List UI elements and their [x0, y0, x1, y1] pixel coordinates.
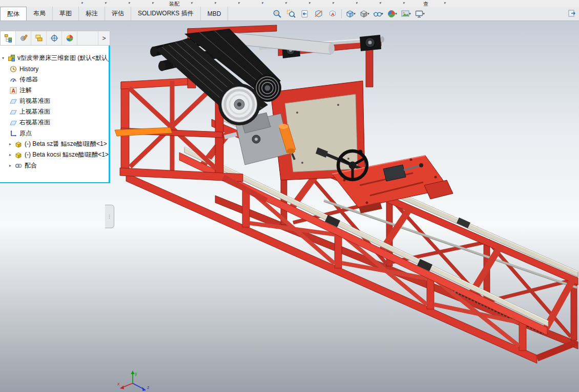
tree-item-top-plane[interactable]: 上视基准面: [1, 106, 109, 117]
tab-solidworks-addins[interactable]: SOLIDWORKS 插件: [131, 7, 201, 20]
part-icon: [14, 151, 23, 159]
view-settings-icon[interactable]: ▾: [413, 8, 426, 19]
tree-item-mates[interactable]: ▸ 配合: [1, 160, 109, 171]
displaymanager-tab[interactable]: [62, 31, 77, 45]
panel-splitter-handle[interactable]: ⋮: [105, 205, 114, 228]
mates-icon: [14, 162, 23, 170]
menu-caret-icon: ▾: [152, 1, 154, 5]
propertymanager-tab[interactable]: [16, 31, 31, 45]
menu-caret-icon: ▾: [403, 1, 405, 5]
triad-x-label: x: [117, 381, 120, 386]
menu-caret-icon: ▾: [261, 1, 263, 5]
pane-toggle-icon[interactable]: [566, 8, 577, 18]
toolbar-separator: [341, 9, 342, 18]
zoom-fit-icon[interactable]: [271, 8, 284, 19]
tab-evaluate[interactable]: 评估: [105, 7, 131, 20]
headsup-view-toolbar: A ▾ ▾ ▾ ▾ ▾ ▾: [271, 8, 426, 19]
annotations-icon: A: [9, 86, 17, 95]
tree-item-origin[interactable]: 原点: [1, 128, 109, 139]
history-icon: [9, 65, 17, 73]
featuremanager-design-tree-tab[interactable]: [1, 31, 16, 45]
dimxpertmanager-tab[interactable]: [47, 31, 62, 45]
menu-caret-icon: ▾: [81, 1, 83, 5]
menu-caret-icon: ▾: [238, 1, 240, 5]
tree-item-sensors[interactable]: 传感器: [1, 74, 109, 85]
hide-show-items-icon[interactable]: ▾: [371, 8, 385, 19]
menu-caret-icon: ▾: [356, 1, 358, 5]
panel-tab-strip: >: [0, 31, 110, 46]
previous-view-icon[interactable]: [298, 8, 312, 19]
feature-tree: ▾ v型皮带磨床三维套图 (默认<默认_显示 History 传感器 A 注解: [0, 46, 110, 183]
svg-text:A: A: [331, 11, 335, 16]
view-orientation-icon[interactable]: ▾: [344, 8, 357, 19]
command-manager-tab-row: 配体 布局 草图 标注 评估 SOLIDWORKS 插件 MBD A ▾ ▾: [0, 7, 579, 21]
menu-caret-icon: ▾: [444, 1, 446, 5]
part-icon: [14, 140, 23, 148]
assembly-icon: [7, 54, 15, 62]
menu-caret-icon: ▾: [285, 1, 287, 5]
sensors-icon: [9, 76, 17, 84]
tree-item-assembly-root[interactable]: ▾ v型皮带磨床三维套图 (默认<默认_显示: [1, 53, 109, 63]
menu-caret-icon: ▾: [379, 1, 381, 5]
menu-caret-icon: ▾: [308, 1, 311, 5]
panel-expand-arrow[interactable]: >: [98, 31, 110, 45]
edit-appearance-icon[interactable]: ▾: [385, 8, 399, 19]
tree-item-front-plane[interactable]: 前视基准面: [1, 96, 109, 106]
menu-caret-icon: ▾: [105, 1, 107, 5]
menu-bar-clipped: ▾ ▾ ▾ ▾ 装配 ▾ ▾ ▾ ▾ ▾ ▾ ▾ ▾ ▾ ▾ 查 ▾: [0, 0, 579, 7]
tree-item-component-beta-szan[interactable]: ▸ (-) Beta sz醤 鰏sze醠l韙醩<1> (默: [1, 139, 109, 149]
display-style-icon[interactable]: ▾: [358, 8, 371, 19]
menu-caret-icon: ▾: [128, 1, 130, 5]
tab-annotate[interactable]: 标注: [79, 7, 105, 20]
section-view-icon[interactable]: [312, 8, 325, 19]
plane-icon: [9, 119, 17, 127]
svg-text:A: A: [11, 88, 15, 94]
tree-item-right-plane[interactable]: 右视基准面: [1, 117, 109, 128]
tree-item-annotations[interactable]: A 注解: [1, 85, 109, 96]
tree-item-component-beta-kocsi[interactable]: ▸ (-) Beta kocsi 鰏sze醠l韙醩<1> (默: [1, 149, 109, 160]
triad-z-label: z: [147, 385, 150, 390]
menu-caret-icon: ▾: [191, 1, 193, 5]
triad-y-label: y: [135, 371, 137, 376]
apply-scene-icon[interactable]: ▾: [399, 8, 412, 19]
tab-assembly[interactable]: 配体: [0, 7, 27, 20]
menu-caret-icon: ▾: [332, 1, 334, 5]
menu-caret-icon: ▾: [214, 1, 216, 5]
tree-item-history[interactable]: History: [1, 63, 109, 74]
dynamic-annotation-views-icon[interactable]: A: [326, 8, 339, 19]
featuremanager-panel: > ▾ v型皮带磨床三维套图 (默认<默认_显示 History 传感器 A: [0, 31, 110, 183]
configurationmanager-tab[interactable]: [31, 31, 47, 45]
plane-icon: [9, 97, 17, 105]
tab-sketch[interactable]: 草图: [53, 7, 79, 20]
origin-icon: [9, 129, 17, 138]
plane-icon: [9, 108, 17, 116]
tab-mbd[interactable]: MBD: [201, 7, 229, 20]
tab-layout[interactable]: 布局: [27, 7, 53, 20]
zoom-area-icon[interactable]: [284, 8, 298, 19]
